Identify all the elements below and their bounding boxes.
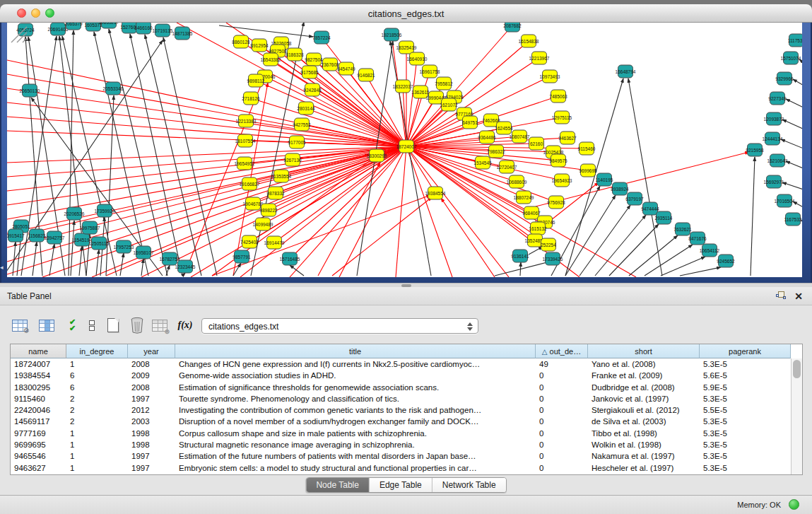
graph-node[interactable]: 9699695 (579, 164, 597, 177)
graph-node[interactable]: 11353554 (271, 170, 292, 182)
graph-node[interactable]: 19166827 (240, 177, 260, 190)
scrollbar-thumb[interactable] (793, 360, 801, 378)
graph-node[interactable]: 16640910 (407, 52, 428, 65)
delete-table-icon[interactable] (127, 315, 147, 335)
select-all-icon[interactable]: ✔✔ (62, 315, 82, 335)
graph-node[interactable]: 17957253 (114, 240, 134, 253)
tab-network-table[interactable]: Network Table (433, 478, 506, 492)
graph-node[interactable]: 9756928 (547, 196, 565, 209)
graph-node[interactable]: 10719135 (153, 24, 173, 37)
show-columns-icon[interactable] (37, 315, 57, 335)
graph-node[interactable]: 8186328 (286, 48, 304, 61)
graph-node[interactable]: 9146821 (357, 69, 375, 81)
graph-node[interactable]: 2065379 (64, 23, 83, 30)
graph-node[interactable]: 8215958 (746, 144, 764, 156)
table-row[interactable]: 969969511998Structural magnetic resonanc… (11, 439, 791, 450)
graph-node[interactable]: 12505115 (89, 237, 110, 250)
graph-node[interactable]: 1624554 (495, 122, 513, 134)
table-selector-dropdown[interactable]: citations_edges.txt (201, 318, 478, 334)
graph-node[interactable]: 12323445 (175, 260, 196, 273)
graph-node[interactable]: 2367608 (321, 58, 339, 71)
tab-edge-table[interactable]: Edge Table (370, 478, 433, 492)
close-panel-icon[interactable]: ✕ (792, 290, 805, 303)
graph-node[interactable]: 18724007 (396, 140, 417, 153)
graph-node[interactable]: 19218506 (382, 28, 402, 41)
graph-node[interactable]: 8471676 (688, 232, 707, 245)
table-scrollbar[interactable] (791, 358, 802, 474)
graph-node[interactable]: 1117537 (788, 34, 802, 47)
graph-node[interactable]: 7986322 (487, 145, 505, 158)
graph-node[interactable]: 9267130 (283, 153, 302, 166)
graph-node[interactable]: 9245652 (717, 255, 735, 267)
graph-node[interactable]: 16914479 (264, 236, 285, 249)
graph-node[interactable]: 18107554 (235, 134, 256, 147)
graph-node[interactable]: 1615132 (529, 222, 547, 235)
graph-node[interactable]: 8466160 (134, 23, 153, 34)
graph-node[interactable]: 18300295 (367, 149, 387, 162)
graph-node[interactable]: 18322037 (393, 80, 413, 93)
graph-node[interactable]: 16543382 (261, 53, 281, 66)
graph-node[interactable]: 9329966 (775, 72, 794, 85)
graph-node[interactable]: 1621072 (440, 98, 458, 111)
graph-node[interactable]: 20206526 (64, 207, 85, 220)
graph-node[interactable]: 15692971 (764, 175, 784, 188)
graph-node[interactable]: 7425402 (240, 235, 259, 248)
graph-node[interactable]: 18807249 (514, 191, 534, 204)
graph-node[interactable]: 12444134 (763, 132, 783, 145)
graph-node[interactable]: 13942757 (45, 231, 65, 244)
graph-node[interactable]: 2935114 (655, 211, 673, 224)
graph-node[interactable]: 649751 (462, 116, 478, 129)
graph-node[interactable]: 9898222 (259, 204, 278, 216)
table-row[interactable]: 1872400712008Changes of HCN gene express… (11, 358, 791, 370)
tab-node-table[interactable]: Node Table (306, 478, 370, 492)
table-row[interactable]: 1830029562008Estimation of significance … (11, 382, 791, 393)
float-panel-icon[interactable] (775, 290, 788, 303)
function-builder-icon[interactable]: f(x) (175, 315, 195, 335)
new-table-icon[interactable] (103, 315, 123, 335)
network-view-canvas[interactable]: 8860128891295415226058982750816543382818… (7, 23, 802, 277)
graph-node[interactable]: 16961758 (420, 65, 440, 78)
graph-node[interactable]: 9849575 (549, 154, 567, 167)
graph-node[interactable]: 15716485 (280, 252, 300, 265)
graph-node[interactable]: 1534545 (473, 156, 492, 169)
graph-node[interactable]: 1140195 (596, 173, 613, 186)
graph-node[interactable]: 12720407 (497, 160, 517, 173)
graph-node[interactable]: 14871385 (172, 27, 193, 40)
graph-node[interactable]: 9427552 (293, 118, 311, 131)
graph-node[interactable]: 19654923 (552, 174, 572, 187)
resize-grip[interactable] (7, 23, 28, 44)
panel-collapse-arrow[interactable]: ◂ (0, 264, 4, 271)
column-header-in_degree[interactable]: in_degree (66, 344, 128, 358)
graph-node[interactable]: 12213383 (236, 115, 257, 127)
table-row[interactable]: 1456911722003Disruption of a novel membe… (11, 416, 791, 427)
table-row[interactable]: 1938455462009Genome-wide association stu… (11, 370, 791, 381)
graph-node[interactable]: 9898112 (247, 74, 265, 87)
graph-node[interactable]: 16782753 (160, 252, 180, 265)
graph-node[interactable]: 6379197 (625, 192, 644, 205)
graph-node[interactable]: 9175685 (300, 66, 319, 78)
delete-column-icon[interactable]: ⊗ (150, 315, 170, 335)
table-mode-icon[interactable]: ⚙ (10, 315, 30, 335)
graph-node[interactable]: 14099489 (253, 218, 273, 230)
graph-node[interactable]: 1167533 (784, 213, 802, 226)
graph-node[interactable]: 9827504 (305, 53, 323, 66)
graph-node[interactable]: 9463627 (558, 132, 577, 144)
graph-node[interactable]: 1156823 (28, 229, 46, 242)
graph-node[interactable]: 8454749 (337, 62, 355, 75)
graph-node[interactable]: 9242848 (303, 83, 322, 96)
graph-node[interactable]: 10688609 (507, 175, 527, 188)
graph-node[interactable]: 17339426 (543, 252, 563, 265)
graph-node[interactable]: 3915417 (7, 229, 25, 242)
graph-node[interactable]: 9115460 (578, 142, 596, 155)
graph-node[interactable]: 19654952 (235, 157, 255, 170)
graph-node[interactable]: 20553346 (103, 82, 124, 95)
graph-node[interactable]: 17016504 (775, 194, 795, 207)
graph-node[interactable]: 9227349 (768, 92, 787, 105)
table-row[interactable]: 911546021997Tourette syndrome. Phenomeno… (11, 393, 791, 404)
table-row[interactable]: 946362711997Embryonic stem cells: a mode… (11, 462, 791, 474)
column-header-short[interactable]: short (588, 344, 700, 358)
graph-node[interactable]: 9857791 (233, 250, 251, 263)
graph-node[interactable]: 10654112 (700, 244, 720, 257)
graph-node[interactable]: 8938924 (611, 182, 629, 195)
graph-node[interactable]: 17359924 (95, 204, 115, 217)
